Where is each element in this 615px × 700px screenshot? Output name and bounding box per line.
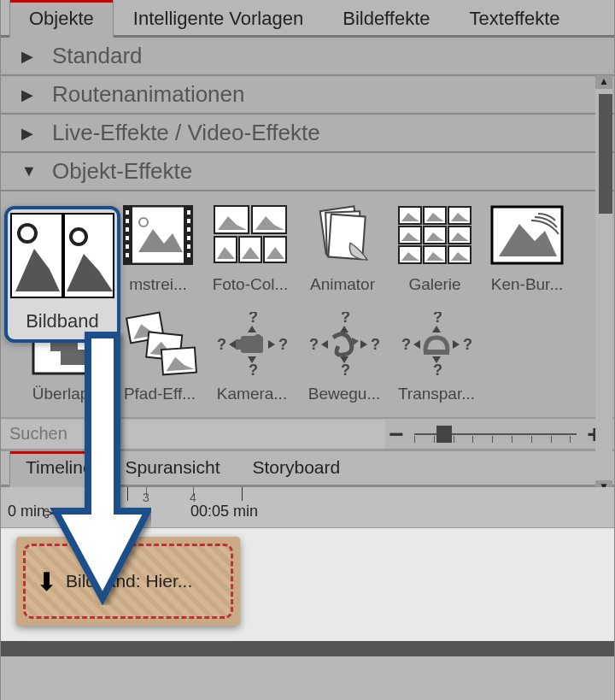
bildband-drop-target[interactable]: ⬇ Bildband: Hier...: [16, 537, 240, 626]
svg-text:?: ?: [433, 362, 442, 377]
svg-text:?: ?: [341, 362, 350, 377]
effect-label: mstrei...: [129, 275, 187, 294]
svg-marker-78: [360, 340, 367, 349]
svg-text:?: ?: [278, 336, 288, 353]
svg-marker-77: [321, 340, 328, 349]
effect-label: Galerie: [408, 275, 460, 294]
ruler-label-right: 00:05 min: [190, 503, 258, 521]
bildband-icon: [10, 213, 114, 298]
bildband-label: Bildband: [26, 310, 99, 332]
zoom-control: − +: [385, 420, 614, 449]
tab-bildeffekte[interactable]: Bildeffekte: [323, 0, 449, 35]
scroll-thumb[interactable]: [599, 94, 612, 214]
svg-rect-14: [187, 253, 190, 257]
panel-scrollbar[interactable]: ▲ ▼: [595, 75, 612, 494]
effect-kameraschwenk[interactable]: ? ? ? ? Kamera...: [206, 308, 298, 410]
accordion-label: Standard: [52, 43, 143, 69]
search-input[interactable]: [1, 420, 385, 449]
zoom-slider[interactable]: [414, 426, 577, 443]
svg-rect-8: [126, 253, 129, 257]
effect-foto-collage[interactable]: Foto-Col...: [204, 198, 296, 301]
effect-label: Überlap...: [32, 385, 102, 403]
effect-label: Ken-Bur...: [491, 275, 564, 294]
timeline-tracks[interactable]: ⬇ Bildband: Hier...: [1, 528, 614, 656]
ruler-label-left: 0 min: [8, 503, 45, 521]
svg-rect-6: [126, 236, 129, 240]
chevron-right-icon: ▶: [21, 85, 37, 104]
arrow-down-icon: ⬇: [36, 567, 57, 597]
effect-label: Foto-Col...: [213, 275, 289, 294]
effect-animator[interactable]: Animator: [296, 198, 389, 301]
svg-text:?: ?: [433, 312, 442, 326]
tab-timeline[interactable]: Timeline: [9, 451, 109, 487]
chevron-right-icon: ▶: [21, 47, 37, 66]
svg-marker-86: [413, 340, 420, 349]
svg-marker-67: [268, 340, 275, 349]
svg-marker-75: [340, 326, 348, 332]
svg-rect-3: [126, 210, 129, 215]
zoom-out-button[interactable]: −: [385, 420, 407, 449]
scroll-up-button[interactable]: ▲: [595, 75, 612, 89]
effect-ken-burns[interactable]: Ken-Bur...: [481, 198, 573, 301]
effect-label: Animator: [310, 275, 375, 294]
top-tab-bar: Objekte Intelligente Vorlagen Bildeffekt…: [1, 0, 614, 38]
search-zoom-bar: − +: [1, 417, 614, 451]
svg-rect-13: [187, 244, 190, 249]
svg-text:?: ?: [249, 312, 258, 326]
svg-text:?: ?: [249, 362, 258, 377]
svg-marker-66: [229, 340, 236, 349]
svg-rect-7: [126, 244, 129, 249]
svg-rect-88: [424, 350, 449, 355]
scissors-icon[interactable]: ✂: [44, 501, 62, 527]
effect-label: Pfad-Eff...: [124, 385, 196, 403]
effect-pfad-effekt[interactable]: Pfad-Eff...: [114, 308, 206, 410]
effect-bildband-highlight[interactable]: Bildband: [4, 206, 120, 343]
svg-rect-4: [126, 219, 129, 223]
effect-label: Kamera...: [217, 385, 287, 403]
svg-rect-12: [187, 236, 190, 240]
chevron-down-icon: ▼: [21, 162, 37, 180]
effect-galerie[interactable]: Galerie: [389, 198, 481, 301]
drop-label: Bildband: Hier...: [66, 571, 192, 591]
tab-texteffekte[interactable]: Texteffekte: [450, 0, 580, 35]
accordion-objekt-effekte[interactable]: ▼ Objekt-Effekte: [1, 153, 614, 191]
svg-rect-69: [236, 339, 243, 350]
svg-rect-9: [187, 210, 190, 215]
svg-text:?: ?: [341, 312, 350, 326]
tab-intelligente-vorlagen[interactable]: Intelligente Vorlagen: [114, 0, 323, 35]
svg-text:?: ?: [217, 336, 226, 353]
svg-rect-11: [187, 227, 190, 232]
svg-rect-10: [187, 219, 190, 223]
svg-point-70: [255, 334, 261, 341]
tab-spuransicht[interactable]: Spuransicht: [109, 451, 237, 485]
svg-marker-64: [248, 326, 256, 332]
accordion-label: Routenanimationen: [52, 81, 245, 108]
tab-storyboard[interactable]: Storyboard: [236, 451, 356, 485]
svg-point-89: [19, 225, 36, 242]
svg-point-91: [71, 229, 86, 244]
svg-marker-90: [15, 249, 60, 291]
svg-text:?: ?: [401, 336, 411, 353]
accordion-live-effekte[interactable]: ▶ Live-Effekte / Video-Effekte: [1, 115, 614, 153]
svg-marker-92: [67, 254, 113, 291]
effect-filmstreifen[interactable]: mstrei...: [112, 198, 204, 301]
effect-label: Transpar...: [398, 385, 475, 403]
track-base: [1, 641, 614, 656]
svg-text:?: ?: [371, 336, 380, 353]
svg-text:?: ?: [463, 336, 472, 353]
ruler-tick-3: 3: [143, 491, 149, 504]
accordion-standard[interactable]: ▶ Standard: [1, 38, 614, 76]
accordion-routenanimationen[interactable]: ▶ Routenanimationen: [1, 76, 614, 115]
accordion-label: Objekt-Effekte: [52, 158, 192, 185]
effect-bewegungspfad[interactable]: ? ? ? ? Bewegu...: [298, 308, 390, 410]
accordion-label: Live-Effekte / Video-Effekte: [52, 120, 320, 146]
zoom-slider-handle[interactable]: [436, 426, 452, 443]
svg-rect-53: [61, 350, 88, 365]
svg-marker-79: [352, 338, 359, 346]
timeline-ruler[interactable]: 0 min 3 4 00:05 min ✂: [1, 487, 614, 528]
svg-marker-87: [453, 340, 460, 349]
bottom-tab-bar: Timeline Spuransicht Storyboard: [1, 451, 614, 487]
svg-rect-5: [126, 227, 129, 232]
effect-transparenz[interactable]: ? ? ? ? Transpar...: [390, 308, 483, 410]
tab-objekte[interactable]: Objekte: [9, 0, 114, 38]
